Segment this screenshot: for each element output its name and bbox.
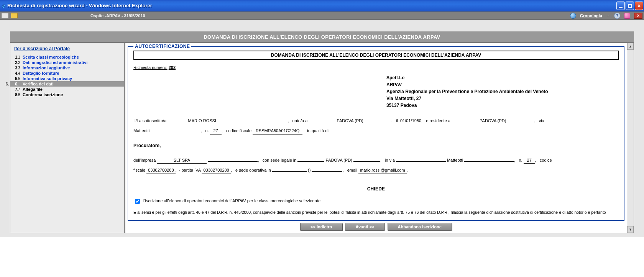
eraser-icon[interactable] [624,13,630,19]
window-minimize-button[interactable] [616,2,625,10]
window-controls: × [616,2,643,10]
main-content: AUTOCERTIFICAZIONE DOMANDA DI ISCRIZIONE… [125,43,627,233]
toolbar-folder-icon[interactable] [11,13,18,18]
sidebar-item-7[interactable]: 7.Allega file [23,87,122,92]
globe-icon[interactable] [570,13,576,19]
iscrizione-checkbox[interactable] [135,199,140,204]
wizard-button-row: << Indietro Avanti >> Abbandona iscrizio… [127,221,625,231]
autocert-legend: AUTOCERTIFICAZIONE [133,44,191,49]
app-toolbar: Ospite -ARPAV - 31/05/2010 Cronologia → … [0,11,644,20]
sidebar-item-label[interactable]: Conferma iscrizione [23,92,63,97]
sidebar-item-8[interactable]: 8.Conferma iscrizione [23,92,122,97]
sidebar-item-6[interactable]: 6.Verifica dei dati [10,81,124,87]
sidebar-item-label[interactable]: Dettaglio forniture [23,71,59,75]
sidebar-item-4[interactable]: 4.Dettaglio forniture [23,70,122,76]
window-titlebar: e Richiesta di registrazione wizard - Wi… [0,0,644,11]
next-button[interactable]: Avanti >> [345,223,384,231]
window-close-button[interactable]: × [635,2,643,10]
sidebar-title[interactable]: Iter d'iscrizione al Portale [10,46,124,54]
sidebar-item-label[interactable]: Scelta classi merceologiche [23,55,79,59]
autocert-fieldset: AUTOCERTIFICAZIONE DOMANDA DI ISCRIZIONE… [128,44,624,221]
page-title: DOMANDA DI ISCRIZIONE ALL'ELENCO DEGLI O… [10,31,634,43]
sidebar-item-label[interactable]: Dati anagrafici ed amministrativi [23,60,87,65]
wizard-sidebar: Iter d'iscrizione al Portale 1.Scelta cl… [10,43,125,233]
recipient-block: Spett.Le ARPAV Agenzia Regionale per la … [386,74,619,109]
arrow-right-icon[interactable]: → [606,13,610,18]
toolbar-doc-icon[interactable] [2,13,8,18]
company-paragraph: dell'impresa SLT SPA , con sede legale i… [133,155,619,175]
iscrizione-check-label: l'iscrizione all'elenco di operatori eco… [143,198,320,203]
iscrizione-check-row: l'iscrizione all'elenco di operatori eco… [133,198,619,205]
legal-paragraph: E ai sensi e per gli effetti degli artt.… [133,210,619,215]
person-paragraph: Il/La sottoscritto/a MARIO ROSSI , nato/… [133,116,619,136]
sidebar-item-1[interactable]: 1.Scelta classi merceologiche [23,54,122,60]
sidebar-item-3[interactable]: 3.Informazioni aggiuntive [23,65,122,70]
chiede-heading: CHIEDE [133,186,619,192]
document-title: DOMANDA DI ISCRIZIONE ALL'ELENCO DEGLI O… [133,51,619,60]
window-title: Richiesta di registrazione wizard - Wind… [7,3,152,8]
sidebar-item-5[interactable]: 5.Informativa sulla privacy [23,76,122,81]
sidebar-item-2[interactable]: 2.Dati anagrafici ed amministrativi [23,60,122,65]
scroll-up-icon[interactable]: ▲ [627,43,634,50]
ie-logo-icon: e [2,2,5,9]
toolbar-status-text: Ospite -ARPAV - 31/05/2010 [90,13,145,18]
cronologia-link[interactable]: Cronologia [580,13,602,18]
sidebar-item-label[interactable]: Allega file [23,87,43,92]
help-icon[interactable]: ? [614,13,620,19]
request-number-line: Richiesta numero: 202 [133,65,619,70]
app-close-icon[interactable]: × [634,13,642,19]
sidebar-item-label[interactable]: Verifica dei dati [23,82,54,86]
abort-button[interactable]: Abbandona iscrizione [388,223,452,231]
vertical-scrollbar[interactable]: ▲ ▼ [627,43,634,233]
sidebar-item-label[interactable]: Informativa sulla privacy [23,76,72,81]
sidebar-item-label[interactable]: Informazioni aggiuntive [23,66,70,70]
scroll-down-icon[interactable]: ▼ [627,226,634,233]
back-button[interactable]: << Indietro [300,223,342,231]
window-maximize-button[interactable] [626,2,634,10]
role-line: Procuratore, [133,143,619,148]
